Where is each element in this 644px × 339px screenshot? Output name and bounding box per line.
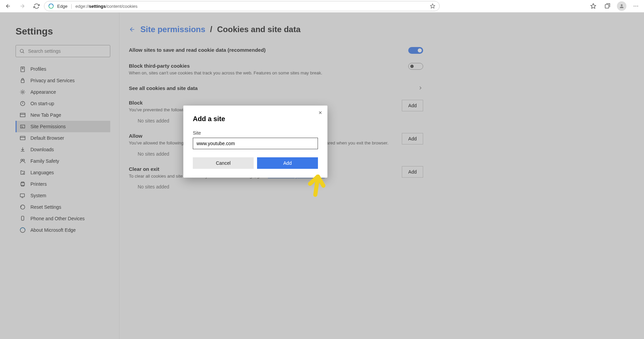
dialog-cancel-button[interactable]: Cancel <box>193 157 254 169</box>
add-site-dialog: Add a site Site Cancel Add <box>183 106 327 178</box>
back-button[interactable] <box>1 1 15 12</box>
arrow-left-icon <box>5 3 11 9</box>
dialog-site-input[interactable] <box>193 138 318 149</box>
more-button[interactable] <box>629 1 643 12</box>
refresh-icon <box>33 3 40 9</box>
browser-toolbar: Edge | edge://settings/content/cookies <box>0 0 644 13</box>
dialog-close-button[interactable] <box>318 110 323 116</box>
arrow-right-icon <box>19 3 25 9</box>
address-url: edge://settings/content/cookies <box>75 4 138 9</box>
svg-marker-1 <box>430 4 435 8</box>
refresh-button[interactable] <box>30 1 43 12</box>
edge-logo-icon <box>48 3 54 9</box>
svg-point-4 <box>621 4 622 6</box>
star-lines-icon <box>590 3 596 9</box>
app-name: Edge <box>57 4 67 9</box>
dialog-site-label: Site <box>193 130 318 136</box>
forward-button[interactable] <box>16 1 29 12</box>
collections-icon <box>604 3 611 9</box>
annotation-arrow-icon <box>304 175 328 202</box>
svg-point-6 <box>636 6 636 6</box>
favorites-button[interactable] <box>586 1 600 12</box>
addr-separator: | <box>71 3 72 9</box>
star-icon[interactable] <box>430 3 435 9</box>
more-horizontal-icon <box>633 3 639 9</box>
dialog-add-button[interactable]: Add <box>257 157 318 169</box>
svg-rect-3 <box>605 5 609 8</box>
svg-point-5 <box>634 6 635 6</box>
profile-button[interactable] <box>615 1 628 12</box>
address-bar[interactable]: Edge | edge://settings/content/cookies <box>44 1 440 11</box>
collections-button[interactable] <box>601 1 614 12</box>
dialog-title: Add a site <box>193 115 318 123</box>
svg-point-7 <box>637 6 638 6</box>
close-icon <box>318 110 323 115</box>
svg-marker-2 <box>591 4 596 8</box>
avatar-icon <box>617 1 626 11</box>
